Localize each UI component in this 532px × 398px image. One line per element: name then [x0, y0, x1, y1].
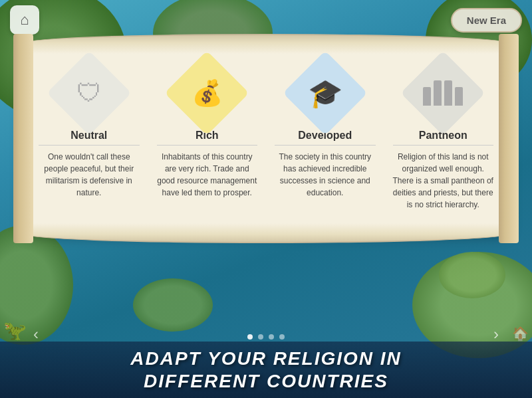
shield-icon: 🛡	[76, 79, 102, 108]
bottom-title-bar: ADAPT YOUR RELIGION IN DIFFERENT COUNTRI…	[0, 342, 532, 398]
card-rich: 💰 Rich Inhabitants of this country are v…	[152, 56, 263, 217]
nav-dot-4[interactable]	[279, 334, 285, 340]
creature-decoration-left: 🦖	[3, 320, 27, 342]
card-neutral: 🛡 Neutral One wouldn't call these people…	[33, 56, 145, 217]
card-desc-neutral: One wouldn't call these people peaceful,…	[39, 151, 140, 199]
card-desc-pantheon: Religion of this land is not organized w…	[393, 151, 494, 211]
scroll-left-curl	[13, 34, 33, 243]
graduation-cap-icon: 🎓	[308, 77, 342, 110]
home-icon: ⌂	[20, 11, 29, 29]
nav-dot-2[interactable]	[258, 334, 263, 340]
card-icon-wrapper-rich: 💰	[177, 63, 237, 123]
cards-grid: 🛡 Neutral One wouldn't call these people…	[33, 56, 499, 217]
pillar-1	[423, 87, 431, 106]
creature-decoration-right: 🏠	[512, 326, 529, 342]
card-pantheon: Pantheon Religion of this land is not or…	[388, 56, 499, 217]
island-decoration	[133, 278, 213, 332]
home-button[interactable]: ⌂	[10, 5, 39, 35]
card-developed: 🎓 Developed The society in this country …	[269, 56, 381, 217]
pillar-2	[434, 80, 442, 106]
arrow-right[interactable]: ›	[493, 325, 499, 344]
nav-dot-1[interactable]	[247, 334, 253, 340]
card-desc-developed: The society in this country has achieved…	[275, 151, 376, 199]
pillar-3	[444, 80, 452, 106]
money-bag-icon: 💰	[192, 78, 223, 108]
card-icon-wrapper-neutral: 🛡	[59, 63, 119, 123]
scroll-right-curl	[499, 34, 519, 243]
new-era-button[interactable]: New Era	[451, 8, 522, 33]
card-icon-wrapper-pantheon	[413, 63, 473, 123]
pillar-4	[455, 87, 463, 106]
nav-dots	[247, 334, 285, 340]
bottom-title-line1: ADAPT YOUR RELIGION IN	[130, 348, 402, 370]
scroll-parchment: 🛡 Neutral One wouldn't call these people…	[23, 43, 509, 234]
pantheon-pillars-icon	[423, 80, 463, 106]
arrow-left[interactable]: ‹	[33, 325, 39, 344]
bottom-title-line2: DIFFERENT COUNTRIES	[144, 370, 388, 393]
nav-dot-3[interactable]	[269, 334, 274, 340]
card-icon-wrapper-developed: 🎓	[295, 63, 355, 123]
island-decoration	[439, 252, 505, 298]
card-desc-rich: Inhabitants of this country are very ric…	[157, 151, 258, 199]
